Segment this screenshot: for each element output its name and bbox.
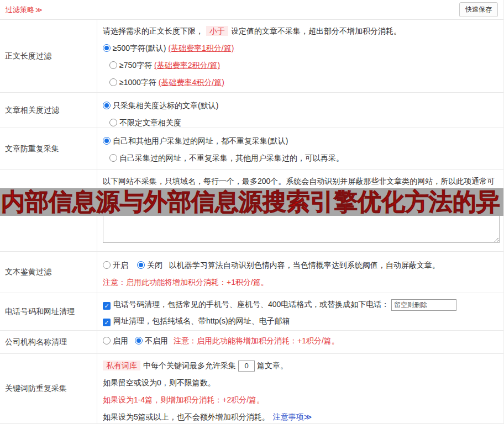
page-title: 过滤策略 xyxy=(6,6,34,14)
private-lexicon-highlight: 私有词库 xyxy=(103,361,140,370)
phone-clean-text: 电话号码清理，包括常见的手机号、座机号、400电话格式，或替换成如下电话： xyxy=(113,300,389,309)
dedup-filter-label: 文章防重复采集 xyxy=(0,128,97,169)
less-than-highlight: 小于 xyxy=(206,26,228,36)
length-option-500[interactable]: ≥500字符(默认)(基础费率1积分/篇) xyxy=(103,43,499,54)
row-phone-url-clean: 电话号码和网址清理 电话号码清理，包括常见的手机号、座机号、400电话格式，或替… xyxy=(0,293,503,331)
option-fee: (基础费率1积分/篇) xyxy=(168,44,234,52)
option-label: 自己采集过的网址，不重复采集，其他用户采集过的，可以再采。 xyxy=(119,153,344,162)
option-label: 关闭 xyxy=(147,261,162,269)
row-keyword-dedup: 关键词防重复采集 私有词库中每个关键词最多允许采集篇文章。 如果留空或设为0，则… xyxy=(0,354,503,424)
option-label: 不启用 xyxy=(145,336,168,345)
keyword-limit-unit: 篇文章。 xyxy=(257,361,288,370)
dedup-option-self[interactable]: 自己采集过的网址，不重复采集，其他用户采集过的，可以再采。 xyxy=(109,152,499,163)
radio-checked-icon[interactable] xyxy=(137,261,145,269)
checkbox-checked-icon[interactable] xyxy=(103,319,111,326)
keyword-dedup-content: 私有词库中每个关键词最多允许采集篇文章。 如果留空或设为0，则不限篇数。 如果设… xyxy=(97,354,503,423)
company-clean-content: 启用 不启用 注意：启用此功能将增加积分消耗：+1积分/篇。 xyxy=(97,331,503,353)
porn-option-on[interactable]: 开启 xyxy=(103,261,128,269)
keyword-limit-input[interactable] xyxy=(238,361,255,372)
row-porn-filter: 文本鉴黄过滤 开启 关闭 以机器学习算法自动识别色情内容，当色情概率达到系统阈值… xyxy=(0,252,503,293)
url-clean-option[interactable]: 网址清理，包括纯域名、带http(s)的网址、电子邮箱 xyxy=(103,315,499,326)
top-bar: 过滤策略≫ 快速保存 xyxy=(0,0,503,20)
option-label: ≥1000字符 xyxy=(119,78,156,87)
option-label: 启用 xyxy=(113,336,128,345)
length-filter-content: 请选择需求的正文长度下限，小于设定值的文章不采集，超出部分不增加积分消耗。 ≥5… xyxy=(97,20,503,92)
notice-link[interactable]: 注意事项≫ xyxy=(273,412,312,421)
dedup-option-global[interactable]: 自己和其他用户采集过的网址，都不重复采集(默认) xyxy=(103,135,499,146)
porn-option-off[interactable]: 关闭 xyxy=(137,261,162,269)
page-title-link[interactable]: 过滤策略≫ xyxy=(6,5,43,15)
radio-checked-icon[interactable] xyxy=(135,337,143,344)
company-option-enable[interactable]: 启用 xyxy=(103,335,128,346)
keyword-note-fee: 如果设为1-4篇，则增加积分消耗：+2积分/篇。 xyxy=(103,394,499,406)
radio-checked-icon[interactable] xyxy=(103,102,111,109)
radio-unchecked-icon[interactable] xyxy=(103,337,111,344)
row-length-filter: 正文长度过滤 请选择需求的正文长度下限，小于设定值的文章不采集，超出部分不增加积… xyxy=(0,20,503,93)
phone-url-clean-content: 电话号码清理，包括常见的手机号、座机号、400电话格式，或替换成如下电话： 网址… xyxy=(97,293,503,330)
company-clean-label: 公司机构名称清理 xyxy=(0,331,97,353)
dedup-filter-content: 自己和其他用户采集过的网址，都不重复采集(默认) 自己采集过的网址，不重复采集，… xyxy=(97,128,503,169)
radio-checked-icon[interactable] xyxy=(103,44,111,52)
radio-checked-icon[interactable] xyxy=(103,137,111,145)
row-company-clean: 公司机构名称清理 启用 不启用 注意：启用此功能将增加积分消耗：+1积分/篇。 xyxy=(0,331,503,354)
keyword-limit-text: 中每个关键词最多允许采集 xyxy=(143,361,236,370)
porn-filter-content: 开启 关闭 以机器学习算法自动识别色情内容，当色情概率达到系统阈值，自动屏蔽文章… xyxy=(97,252,503,293)
keyword-limit-line: 私有词库中每个关键词最多允许采集篇文章。 xyxy=(103,359,499,372)
radio-unchecked-icon[interactable] xyxy=(109,119,117,126)
option-label: 不限定文章相关度 xyxy=(119,118,181,127)
option-fee: (基础费率4积分/篇) xyxy=(159,78,224,87)
radio-unchecked-icon[interactable] xyxy=(109,154,117,162)
company-option-disable[interactable]: 不启用 xyxy=(135,335,168,346)
row-relevance-filter: 文章相关度过滤 只采集相关度达标的文章(默认) 不限定文章相关度 xyxy=(0,93,503,128)
intro-text-post: 设定值的文章不采集，超出部分不增加积分消耗。 xyxy=(231,26,401,35)
relevance-option-any[interactable]: 不限定文章相关度 xyxy=(109,117,499,128)
porn-filter-options: 开启 关闭 以机器学习算法自动识别色情内容，当色情概率达到系统阈值，自动屏蔽文章… xyxy=(103,259,499,271)
url-clean-text: 网址清理，包括纯域名、带http(s)的网址、电子邮箱 xyxy=(113,316,290,325)
relevance-filter-label: 文章相关度过滤 xyxy=(0,93,97,128)
chevron-down-icon: ≫ xyxy=(35,6,43,14)
checkbox-checked-icon[interactable] xyxy=(103,302,111,310)
porn-filter-desc: 以机器学习算法自动识别色情内容，当色情概率达到系统阈值，自动屏蔽文章。 xyxy=(169,261,440,269)
option-label: 自己和其他用户采集过的网址，都不重复采集(默认) xyxy=(113,136,288,145)
keyword-note-five: 如果设为5篇或以上，也不会额外增加积分消耗。注意事项≫ xyxy=(103,411,499,423)
option-label: 开启 xyxy=(113,261,128,269)
relevance-filter-content: 只采集相关度达标的文章(默认) 不限定文章相关度 xyxy=(97,93,503,128)
keyword-dedup-label: 关键词防重复采集 xyxy=(0,354,97,423)
length-option-750[interactable]: ≥750字符(基础费率2积分/篇) xyxy=(109,60,499,71)
company-clean-note: 注意：启用此功能将增加积分消耗：+1积分/篇。 xyxy=(174,335,339,346)
radio-unchecked-icon[interactable] xyxy=(109,61,117,69)
phone-url-clean-label: 电话号码和网址清理 xyxy=(0,293,97,330)
length-filter-label: 正文长度过滤 xyxy=(0,20,97,92)
option-label: ≥500字符(默认) xyxy=(113,44,166,52)
keyword-note-zero: 如果留空或设为0，则不限篇数。 xyxy=(103,377,499,389)
porn-filter-label: 文本鉴黄过滤 xyxy=(0,252,97,293)
radio-unchecked-icon[interactable] xyxy=(103,261,111,269)
option-label: ≥750字符 xyxy=(119,61,152,70)
row-dedup-filter: 文章防重复采集 自己和其他用户采集过的网址，都不重复采集(默认) 自己采集过的网… xyxy=(0,128,503,170)
filter-strategy-page: 过滤策略≫ 快速保存 正文长度过滤 请选择需求的正文长度下限，小于设定值的文章不… xyxy=(0,0,504,424)
intro-text-pre: 请选择需求的正文长度下限， xyxy=(103,26,203,35)
length-option-1000[interactable]: ≥1000字符(基础费率4积分/篇) xyxy=(109,77,499,88)
option-fee: (基础费率2积分/篇) xyxy=(154,61,220,70)
watermark-overlay-text: 内部信息源与外部信息源搜索引擎优化方法的异 xyxy=(0,188,504,216)
option-label: 只采集相关度达标的文章(默认) xyxy=(113,101,218,110)
radio-unchecked-icon[interactable] xyxy=(109,78,117,86)
relevance-option-strict[interactable]: 只采集相关度达标的文章(默认) xyxy=(103,100,499,111)
quick-save-button[interactable]: 快速保存 xyxy=(459,2,498,17)
keyword-note-five-text: 如果设为5篇或以上，也不会额外增加积分消耗。 xyxy=(103,412,270,421)
replacement-phone-input[interactable] xyxy=(391,299,456,311)
porn-filter-note: 注意：启用此功能将增加积分消耗：+1积分/篇。 xyxy=(103,277,499,288)
length-filter-intro: 请选择需求的正文长度下限，小于设定值的文章不采集，超出部分不增加积分消耗。 xyxy=(103,25,499,36)
phone-clean-option[interactable]: 电话号码清理，包括常见的手机号、座机号、400电话格式，或替换成如下电话： xyxy=(103,299,499,311)
